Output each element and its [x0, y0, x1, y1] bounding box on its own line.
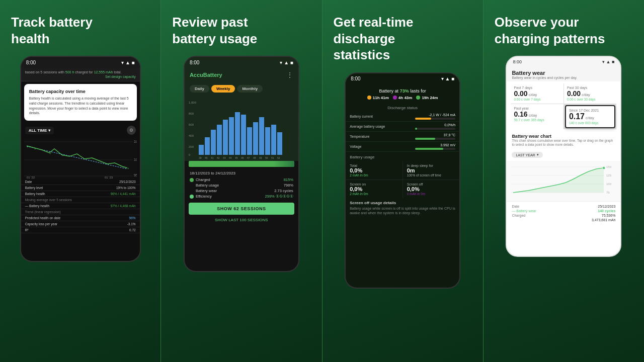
info-card-body: Battery health is calculated using a mov… [29, 96, 132, 116]
signal-icons-2: ▾ ▲ ■ [280, 60, 293, 65]
svg-text:100: 100 [606, 183, 612, 186]
time-1: 8:00 [26, 60, 36, 65]
time-pills: 11h 41m 4h 43m 19h 24m [351, 94, 454, 102]
wear-cell-year: Past year 0.16 c/day 59.7 c over 365 day… [511, 104, 564, 129]
wear-cell-since: Since 17 Dec 2021 0.17 c/day 140 c over … [565, 105, 616, 128]
svg-point-60 [602, 166, 605, 169]
svg-text:95: 95 [134, 173, 137, 177]
date-footer: Date 25/12/2023 — Battery wear 140 cycle… [507, 201, 620, 226]
svg-rect-36 [277, 132, 282, 155]
menu-icon[interactable]: ⋮ [286, 71, 293, 79]
svg-rect-25 [211, 130, 216, 155]
panel-4-title: Observe yourcharging patterns [495, 14, 633, 47]
accubattery-header: AccuBattery ⋮ [185, 68, 298, 82]
svg-text:41: 41 [211, 156, 214, 159]
svg-text:75: 75 [606, 191, 610, 194]
svg-rect-24 [205, 137, 210, 155]
signal-icons-1: ▾ ▲ ■ [121, 60, 135, 65]
svg-text:43: 43 [223, 156, 226, 159]
battery-pct-text: Battery at 73% lasts for [351, 88, 454, 94]
settings-button[interactable]: ⚙ [127, 126, 136, 135]
svg-text:600: 600 [189, 123, 194, 126]
svg-text:200: 200 [189, 145, 194, 148]
date-range: 18/12/2023 to 24/12/2023 [185, 169, 298, 176]
phone-mockup-2: 8:00 ▾ ▲ ■ AccuBattery ⋮ Daily Weekly Mo… [184, 56, 299, 272]
panel-2-title: Review pastbattery usage [172, 14, 310, 47]
panel-review-usage: Review pastbattery usage 8:00 ▾ ▲ ■ Accu… [160, 0, 321, 362]
panel-3-title: Get real-timedischargestatistics [334, 14, 472, 63]
phone-mockup-1: 8:00 ▾ ▲ ■ based on 5 sessions with 500 … [20, 56, 141, 262]
time-4: 8:00 [513, 59, 522, 64]
svg-text:105: 105 [134, 140, 137, 143]
svg-text:40: 40 [205, 156, 208, 159]
battery-usage-title: Battery usage [346, 153, 459, 161]
time-2: 8:00 [190, 60, 199, 65]
status-bar-3: 8:00 ▾ ▲ ■ [346, 73, 459, 84]
wear-title: Battery wear [512, 70, 615, 76]
wear-header: Battery wear Battery wear in cycles and … [507, 67, 620, 81]
svg-rect-23 [199, 145, 204, 155]
svg-marker-59 [513, 168, 604, 193]
svg-rect-29 [235, 112, 240, 155]
svg-text:×: × [92, 157, 94, 160]
show-last-100-link[interactable]: SHOW LAST 100 SESSIONS [185, 216, 298, 224]
discharge-rows: Battery current -2,1 W / -524 mA Average… [346, 112, 459, 152]
svg-text:46: 46 [241, 156, 244, 159]
svg-text:×: × [27, 145, 29, 148]
last-year-label: LAST YEAR [516, 153, 535, 157]
wear-chart: 150 125 100 75 [507, 161, 620, 201]
svg-text:0: 0 [189, 153, 191, 156]
svg-text:50: 50 [265, 156, 268, 159]
svg-rect-33 [259, 117, 264, 155]
wear-cell-30days: Past 30 days 0.00 c/day 0.00 c over 30 d… [564, 83, 617, 104]
svg-text:45: 45 [235, 156, 238, 159]
sessions-text: based on 5 sessions with [25, 70, 65, 74]
signal-icons-4: ▾ ▲ ■ [602, 59, 614, 64]
svg-text:1,000: 1,000 [189, 101, 197, 104]
svg-text:47: 47 [247, 156, 250, 159]
info-card-title: Battery capacity over time [29, 89, 132, 94]
svg-text:800: 800 [189, 112, 194, 115]
panel-discharge-stats: Get real-timedischargestatistics 8:00 ▾ … [322, 0, 483, 362]
svg-rect-32 [253, 122, 258, 155]
show-sessions-button[interactable]: SHOW 62 SESSIONS [189, 203, 294, 215]
screen-off-details: Screen off usage details Battery usage w… [346, 198, 459, 218]
panel-track-health: Track batteryhealth 8:00 ▾ ▲ ■ based on … [0, 0, 160, 362]
tab-daily[interactable]: Daily [190, 85, 209, 93]
panel-charging-patterns: Observe yourcharging patterns 8:00 ▾ ▲ ■… [483, 0, 644, 362]
svg-rect-30 [241, 115, 246, 155]
bar-chart: 1,000 800 600 400 200 0 [185, 96, 298, 161]
wear-grid: Past 7 days 0.00 c/day 0.00 c over 7 day… [511, 83, 616, 129]
svg-text:×: × [107, 163, 109, 166]
status-bar-2: 8:00 ▾ ▲ ■ [185, 57, 298, 68]
svg-text:48: 48 [253, 156, 256, 159]
legend: Charged 815% Battery usage 798% Battery … [185, 176, 298, 200]
svg-text:01 '23: 01 '23 [105, 176, 113, 179]
last-year-filter: LAST YEAR ▾ [507, 148, 620, 161]
svg-rect-34 [265, 127, 270, 155]
stats-table: Date25/12/2023 Battery level19% to 100% … [21, 179, 140, 233]
status-bar-4: 8:00 ▾ ▲ ■ [507, 57, 620, 67]
svg-text:×: × [62, 154, 64, 157]
usage-grid: Total 0,0% 2 mAh in 0m In deep sleep for… [346, 161, 459, 198]
info-card-1: Battery capacity over time Battery healt… [24, 84, 137, 121]
discharge-header: Battery at 73% lasts for 11h 41m 4h 43m … [346, 84, 459, 104]
svg-rect-28 [229, 117, 234, 155]
chevron-down-icon-2: ▾ [537, 153, 539, 157]
svg-text:×: × [127, 167, 129, 170]
all-time-badge[interactable]: ALL TIME ▾ [25, 127, 54, 134]
phone-mockup-3: 8:00 ▾ ▲ ■ Battery at 73% lasts for 11h … [345, 72, 460, 289]
last-year-button[interactable]: LAST YEAR ▾ [512, 152, 542, 158]
svg-text:×: × [49, 152, 51, 155]
svg-text:44: 44 [229, 156, 232, 159]
all-time-label: ALL TIME [29, 128, 47, 133]
chevron-down-icon: ▾ [48, 128, 50, 133]
svg-text:39: 39 [199, 156, 202, 159]
svg-text:150: 150 [606, 165, 612, 168]
tab-weekly[interactable]: Weekly [211, 85, 235, 93]
set-design-capacity[interactable]: Set design capacity [25, 75, 136, 78]
tab-monthly[interactable]: Monthly [237, 85, 263, 93]
phone-mockup-4: 8:00 ▾ ▲ ■ Battery wear Battery wear in … [506, 56, 621, 257]
status-bar-1: 8:00 ▾ ▲ ■ [21, 57, 140, 68]
svg-text:52: 52 [277, 156, 280, 159]
